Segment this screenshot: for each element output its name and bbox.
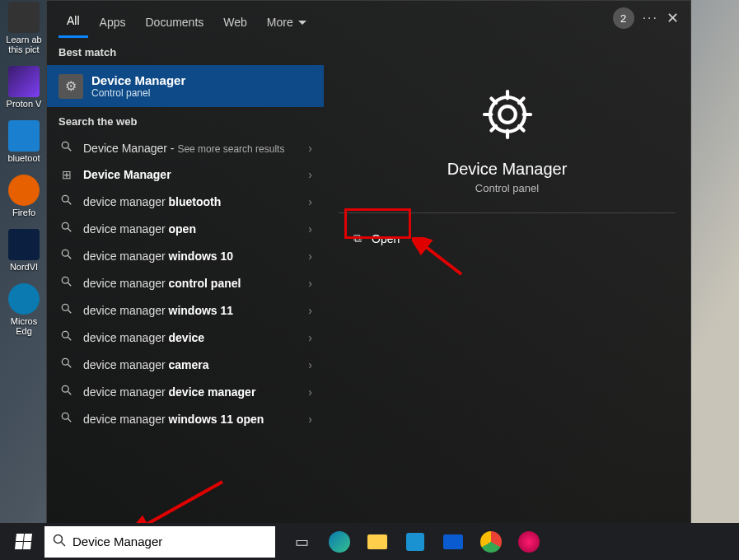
tab-all[interactable]: All — [58, 7, 88, 38]
svg-line-15 — [68, 364, 71, 367]
start-button[interactable] — [5, 525, 41, 558]
taskbar: ▭ — [0, 523, 739, 560]
desktop-icon-edge[interactable]: Micros Edg — [5, 283, 43, 336]
search-icon — [58, 303, 75, 317]
web-result-row[interactable]: device manager device manager› — [47, 378, 324, 405]
svg-point-6 — [62, 250, 68, 256]
chevron-right-icon: › — [308, 250, 312, 263]
taskbar-app-explorer[interactable] — [361, 525, 394, 558]
svg-line-19 — [68, 418, 71, 422]
svg-point-4 — [62, 222, 68, 229]
svg-point-12 — [62, 331, 68, 338]
protonvpn-icon — [8, 66, 40, 97]
web-result-row[interactable]: device manager device› — [47, 324, 324, 351]
result-text: device manager open — [83, 222, 300, 236]
svg-point-16 — [62, 385, 68, 392]
desktop-icon-label: NordVI — [10, 262, 38, 272]
search-icon — [58, 222, 75, 236]
search-icon — [58, 357, 75, 371]
chevron-right-icon: › — [308, 304, 312, 317]
store-icon — [406, 533, 424, 551]
search-icon — [58, 412, 75, 426]
svg-point-24 — [54, 534, 63, 543]
search-icon — [58, 276, 75, 290]
desktop-icon-protonvpn[interactable]: Proton V — [5, 66, 43, 109]
svg-line-13 — [68, 337, 71, 340]
web-result-row[interactable]: device manager bluetooth› — [47, 188, 324, 215]
search-flyout-panel: All Apps Documents Web More 2 ··· ✕ Best… — [46, 0, 691, 523]
chevron-right-icon: › — [308, 413, 312, 426]
gear-icon — [479, 86, 536, 143]
svg-line-3 — [68, 201, 71, 204]
web-result-row[interactable]: Device Manager - See more search results… — [47, 134, 324, 161]
result-text: device manager device — [83, 331, 300, 344]
chevron-right-icon: › — [308, 277, 312, 290]
search-icon — [58, 194, 75, 208]
tab-documents[interactable]: Documents — [137, 9, 212, 37]
web-result-row[interactable]: device manager open› — [47, 215, 324, 242]
chevron-right-icon: › — [308, 331, 312, 344]
preview-pane: Device Manager Control panel ⧉ Open — [324, 38, 690, 523]
taskbar-app-mail[interactable] — [437, 525, 470, 558]
taskbar-app-edge[interactable] — [323, 525, 356, 558]
desktop-icon-label: Edg — [16, 326, 32, 336]
close-icon[interactable]: ✕ — [667, 9, 679, 27]
svg-point-21 — [490, 97, 525, 132]
taskbar-app-opera[interactable] — [512, 525, 545, 558]
preview-subtitle: Control panel — [475, 182, 539, 194]
svg-point-20 — [499, 106, 516, 123]
search-input[interactable] — [72, 534, 267, 548]
edge-icon — [8, 283, 40, 315]
web-result-row[interactable]: device manager camera› — [47, 351, 324, 378]
section-label-search-web: Search the web — [47, 107, 324, 134]
mail-icon — [443, 534, 463, 549]
svg-point-0 — [62, 142, 68, 148]
nordvpn-icon — [8, 229, 40, 260]
web-result-row[interactable]: ⊞Device Manager› — [47, 161, 324, 188]
web-result-row[interactable]: device manager control panel› — [47, 269, 324, 296]
chevron-right-icon: › — [308, 142, 312, 155]
preview-title: Device Manager — [447, 160, 568, 179]
svg-point-8 — [62, 277, 68, 283]
desktop-icon-label: this pict — [8, 44, 39, 54]
svg-point-14 — [62, 358, 68, 365]
chrome-icon — [480, 531, 502, 553]
result-text: device manager windows 11 open — [83, 413, 300, 426]
section-label-best-match: Best match — [47, 38, 324, 65]
best-match-result[interactable]: ⚙ Device Manager Control panel — [47, 65, 324, 107]
open-action[interactable]: ⧉ Open — [339, 222, 414, 255]
web-result-row[interactable]: device manager windows 11 open› — [47, 405, 324, 432]
web-result-row[interactable]: device manager windows 10› — [47, 242, 324, 269]
chevron-right-icon: › — [308, 358, 312, 371]
desktop-icon-label: bluetoot — [7, 153, 40, 163]
desktop-icon-learn[interactable]: Learn ab this pict — [5, 2, 43, 54]
taskbar-app-chrome[interactable] — [475, 525, 507, 558]
desktop-icon-label: Proton V — [7, 99, 42, 109]
tab-more[interactable]: More — [259, 9, 315, 37]
svg-line-5 — [68, 228, 71, 231]
desktop-icons-column: Learn ab this pict Proton V bluetoot Fir… — [5, 2, 43, 336]
chevron-right-icon: › — [308, 168, 312, 181]
search-icon — [58, 249, 75, 263]
task-view-icon[interactable]: ▭ — [285, 525, 318, 558]
desktop-icon-firefox[interactable]: Firefo — [5, 175, 43, 217]
tab-apps[interactable]: Apps — [91, 9, 134, 37]
web-result-row[interactable]: device manager windows 11› — [47, 296, 324, 324]
tab-web[interactable]: Web — [215, 9, 255, 37]
search-icon — [58, 385, 75, 399]
bluetooth-icon — [8, 120, 40, 152]
search-icon — [53, 534, 66, 550]
windows-logo-icon — [15, 534, 32, 549]
folder-icon — [367, 534, 387, 549]
desktop-icon-nordvpn[interactable]: NordVI — [5, 229, 43, 272]
taskbar-app-store[interactable] — [399, 525, 432, 558]
best-match-subtitle: Control panel — [91, 87, 185, 99]
taskbar-search-box[interactable] — [44, 526, 275, 558]
result-text: device manager control panel — [83, 277, 300, 290]
desktop-icon-bluetooth[interactable]: bluetoot — [5, 120, 43, 163]
options-icon[interactable]: ··· — [643, 11, 658, 26]
result-text: Device Manager — [83, 168, 300, 181]
recent-count-badge[interactable]: 2 — [613, 7, 634, 29]
result-text: device manager camera — [83, 358, 300, 371]
open-action-label: Open — [372, 232, 400, 245]
